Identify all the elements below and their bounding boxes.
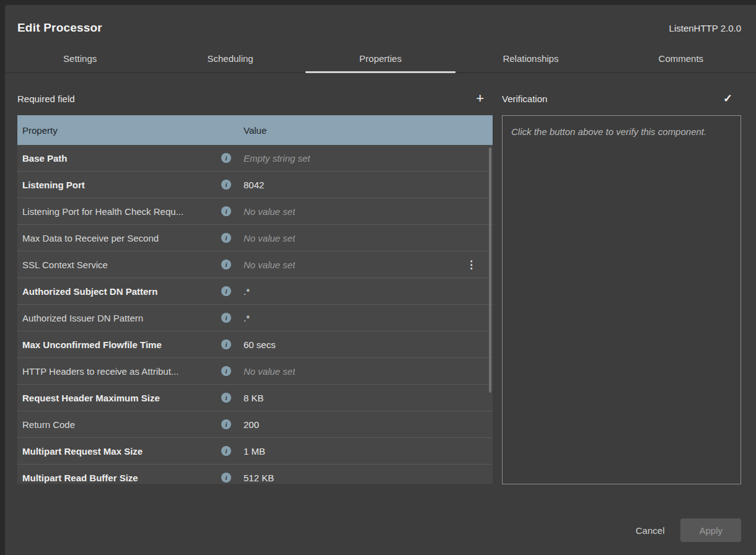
tab-scheduling[interactable]: Scheduling — [155, 45, 305, 72]
tab-settings[interactable]: Settings — [5, 45, 155, 72]
column-header-property: Property — [17, 125, 231, 136]
value-cell[interactable]: .* ⋮ — [231, 286, 493, 297]
property-value: 60 secs — [244, 339, 276, 350]
value-cell[interactable]: No value set ⋮ — [231, 366, 493, 377]
property-name: Max Data to Receive per Second — [22, 233, 218, 243]
value-cell[interactable]: No value set ⋮ — [231, 233, 493, 243]
property-cell: SSL Context Service i — [17, 260, 231, 270]
property-name: HTTP Headers to receive as Attribut... — [22, 366, 218, 377]
table-header-row: Property Value — [17, 115, 493, 145]
table-row[interactable]: Max Data to Receive per Second i No valu… — [17, 225, 493, 251]
property-name: Listening Port for Health Check Requ... — [22, 206, 218, 217]
apply-button[interactable]: Apply — [680, 518, 741, 542]
property-cell: Return Code i — [17, 419, 231, 430]
property-cell: Base Path i — [17, 153, 231, 164]
property-cell: Request Header Maximum Size i — [17, 393, 231, 403]
property-name: Multipart Read Buffer Size — [22, 473, 218, 483]
property-value: .* — [244, 286, 250, 297]
property-cell: Max Unconfirmed Flowfile Time i — [17, 339, 231, 350]
tab-properties[interactable]: Properties — [305, 45, 455, 72]
property-value: No value set — [244, 206, 295, 217]
value-cell[interactable]: 200 ⋮ — [231, 419, 493, 430]
property-name: Listening Port — [22, 180, 218, 190]
info-icon[interactable]: i — [221, 419, 231, 429]
property-value: 512 KB — [244, 473, 274, 483]
table-row[interactable]: Multipart Request Max Size i 1 MB ⋮ — [17, 438, 493, 465]
tab-bar: Settings Scheduling Properties Relations… — [5, 45, 756, 73]
info-icon[interactable]: i — [221, 206, 231, 216]
value-cell[interactable]: No value set ⋮ — [231, 260, 493, 270]
dialog-content: Required field + Property Value Base Pat… — [5, 73, 756, 514]
value-cell[interactable]: .* ⋮ — [231, 313, 493, 323]
info-icon[interactable]: i — [221, 366, 231, 376]
table-row[interactable]: Multipart Read Buffer Size i 512 KB ⋮ — [17, 465, 493, 484]
table-scrollbar[interactable] — [489, 147, 491, 393]
value-cell[interactable]: 8 KB ⋮ — [231, 393, 493, 403]
property-name: Multipart Request Max Size — [22, 446, 218, 457]
info-icon[interactable]: i — [221, 393, 231, 403]
property-name: Authorized Subject DN Pattern — [22, 286, 218, 297]
property-value: .* — [244, 313, 250, 323]
property-cell: HTTP Headers to receive as Attribut... i — [17, 366, 231, 377]
value-cell[interactable]: 8042 ⋮ — [231, 180, 493, 190]
dialog-header: Edit Processor ListenHTTP 2.0.0 — [5, 5, 756, 45]
property-name: SSL Context Service — [22, 260, 218, 270]
table-row[interactable]: Listening Port for Health Check Requ... … — [17, 198, 493, 225]
property-name: Request Header Maximum Size — [22, 393, 218, 403]
info-icon[interactable]: i — [221, 233, 231, 243]
property-cell: Listening Port i — [17, 180, 231, 190]
table-row[interactable]: Listening Port i 8042 ⋮ — [17, 172, 493, 198]
value-cell[interactable]: 1 MB ⋮ — [231, 446, 493, 457]
tab-relationships[interactable]: Relationships — [455, 45, 605, 72]
check-icon: ✓ — [723, 92, 732, 105]
property-name: Return Code — [22, 419, 218, 430]
kebab-icon[interactable]: ⋮ — [466, 260, 477, 270]
info-icon[interactable]: i — [221, 313, 231, 323]
table-row[interactable]: SSL Context Service i No value set ⋮ — [17, 251, 493, 278]
info-icon[interactable]: i — [221, 153, 231, 163]
value-cell[interactable]: 512 KB ⋮ — [231, 473, 493, 483]
tab-comments[interactable]: Comments — [606, 45, 756, 72]
info-icon[interactable]: i — [221, 260, 231, 269]
value-cell[interactable]: 60 secs ⋮ — [231, 339, 493, 350]
edit-processor-dialog: Edit Processor ListenHTTP 2.0.0 Settings… — [5, 5, 756, 555]
dialog-actions: Cancel Apply — [5, 514, 756, 555]
table-row[interactable]: Authorized Issuer DN Pattern i .* ⋮ — [17, 305, 493, 331]
table-row[interactable]: Return Code i 200 ⋮ — [17, 411, 493, 438]
property-cell: Listening Port for Health Check Requ... … — [17, 206, 231, 217]
info-icon[interactable]: i — [221, 473, 231, 483]
cancel-button[interactable]: Cancel — [636, 525, 665, 536]
value-cell[interactable]: Empty string set ⋮ — [231, 153, 493, 164]
table-row[interactable]: Max Unconfirmed Flowfile Time i 60 secs … — [17, 331, 493, 358]
table-row[interactable]: Request Header Maximum Size i 8 KB ⋮ — [17, 385, 493, 411]
info-icon[interactable]: i — [221, 339, 231, 349]
table-body: Base Path i Empty string set ⋮ Listening… — [17, 145, 493, 484]
table-row[interactable]: Base Path i Empty string set ⋮ — [17, 145, 493, 172]
property-value: 1 MB — [244, 446, 265, 457]
table-row[interactable]: Authorized Subject DN Pattern i .* ⋮ — [17, 278, 493, 305]
info-icon[interactable]: i — [221, 446, 231, 456]
property-cell: Multipart Read Buffer Size i — [17, 473, 231, 483]
property-name: Authorized Issuer DN Pattern — [22, 313, 218, 323]
property-cell: Max Data to Receive per Second i — [17, 233, 231, 243]
verification-label: Verification — [502, 94, 547, 104]
info-icon[interactable]: i — [221, 286, 231, 296]
processor-type-version: ListenHTTP 2.0.0 — [669, 23, 741, 33]
verify-button[interactable]: ✓ — [721, 93, 735, 104]
property-name: Max Unconfirmed Flowfile Time — [22, 339, 218, 350]
property-cell: Authorized Issuer DN Pattern i — [17, 313, 231, 323]
value-cell[interactable]: No value set ⋮ — [231, 206, 493, 217]
info-icon[interactable]: i — [221, 180, 231, 190]
property-value: 8042 — [244, 180, 264, 190]
column-header-value: Value — [231, 125, 493, 136]
verification-panel: Click the button above to verify this co… — [502, 115, 741, 484]
properties-section: Required field + Property Value Base Pat… — [17, 90, 493, 514]
add-property-button[interactable]: + — [473, 92, 486, 105]
property-value: 200 — [244, 419, 259, 430]
table-row[interactable]: HTTP Headers to receive as Attribut... i… — [17, 358, 493, 385]
property-value: 8 KB — [244, 393, 264, 403]
property-name: Base Path — [22, 153, 218, 164]
properties-section-header: Required field + — [17, 90, 493, 107]
verification-message: Click the button above to verify this co… — [511, 125, 716, 139]
property-value: No value set — [244, 366, 295, 377]
